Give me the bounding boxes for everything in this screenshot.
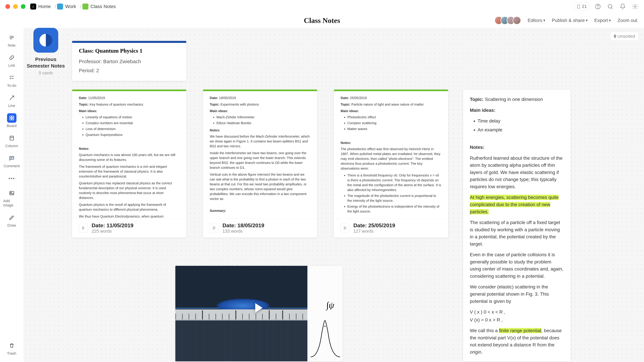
ideas-list: Time delay An example	[478, 118, 564, 133]
video-card[interactable]: ∫ψ	[175, 266, 342, 361]
image-icon	[7, 188, 16, 198]
app-icon	[34, 28, 58, 53]
tool-label: Comment	[4, 164, 20, 168]
class-period: Period: 2	[79, 66, 180, 75]
tool-label: Add image	[3, 199, 20, 207]
unsorted-count: 0	[614, 34, 616, 39]
link-title: Previous Semester Notes	[24, 56, 68, 69]
idea-item: Mach-Zehder Inferometer	[216, 115, 310, 120]
note-para: Quantum physics has replaced classical p…	[79, 181, 180, 200]
svg-rect-7	[10, 118, 12, 120]
todo-icon	[7, 73, 16, 82]
tool-add-image[interactable]: Add image	[3, 187, 20, 209]
topic-para: Even in the case of particle collisions …	[470, 251, 564, 280]
notes-bullets: There is a threshold frequency ν0. Only …	[347, 173, 441, 214]
tool-note[interactable]: Note	[3, 31, 20, 49]
note-para: Quantum mechanics is now almost 100 year…	[79, 153, 180, 162]
idea-item: Quantum Superpositions	[86, 132, 180, 137]
ideas-label: Main ideas:	[79, 109, 180, 113]
tool-line[interactable]: Line	[3, 92, 20, 110]
ideas-list: Mach-Zehder Inferometer Elitzur-Vaidman …	[216, 115, 310, 126]
tool-draw[interactable]: Draw	[3, 211, 20, 229]
gear-icon[interactable]	[632, 3, 639, 10]
svg-rect-9	[10, 136, 14, 140]
svg-rect-10	[10, 191, 14, 195]
svg-point-4	[634, 6, 636, 7]
svg-rect-5	[10, 116, 12, 118]
breadcrumb-label: Class Notes	[90, 4, 116, 9]
wave-sketch	[309, 316, 341, 360]
note-card[interactable]: Date: 18/05/2019 Topic: Experiments with…	[203, 89, 317, 237]
ideas-list: Linearity of equations of motion Complex…	[86, 115, 180, 137]
tool-board[interactable]: Board	[3, 112, 20, 130]
breadcrumb-sep: /	[55, 4, 56, 9]
tool-todo[interactable]: To-do	[3, 71, 20, 89]
note-para: The photoelectric effect was first obser…	[341, 147, 441, 171]
help-icon[interactable]	[594, 3, 602, 10]
unsorted-pill[interactable]: 0 Unsorted	[610, 32, 639, 41]
board-icon	[7, 113, 16, 123]
export-dropdown[interactable]: Export	[594, 18, 611, 23]
tool-column[interactable]: Column	[3, 132, 20, 150]
footer-words: 133 words	[222, 229, 264, 234]
idea-item: Matter waves	[347, 127, 441, 131]
topic-value: Scattering in one dimension	[485, 97, 543, 102]
footer-words: 127 words	[354, 229, 395, 234]
breadcrumb-notes[interactable]: Class Notes	[82, 3, 116, 9]
tool-label: To-do	[7, 83, 16, 88]
board-link-card[interactable]: Previous Semester Notes 0 cards	[24, 28, 68, 76]
note-footer: Date: 11/05/2019 225 words	[72, 218, 186, 237]
date-label: Date:	[341, 96, 349, 100]
highlighted-text: finite range potential	[499, 328, 541, 333]
search-icon[interactable]	[607, 3, 614, 10]
breadcrumb-work[interactable]: Work	[57, 3, 76, 9]
tool-more[interactable]: •••	[3, 172, 20, 185]
editors-dropdown[interactable]: Editors	[528, 18, 545, 23]
ruler	[175, 309, 309, 319]
note-para: We thus have Quantum Electrodynamics, wh…	[79, 214, 180, 218]
collaborator-avatars[interactable]	[494, 16, 521, 25]
ideas-label: Main ideas:	[341, 109, 441, 113]
footer-date: Date: 11/05/2019	[92, 222, 134, 229]
svg-rect-8	[12, 118, 14, 120]
topic-detail-card[interactable]: Topic: Scattering in one dimension Main …	[463, 90, 570, 361]
breadcrumb-home[interactable]: ⌂ Home	[30, 3, 51, 9]
idea-item: Loss of determinism	[86, 127, 180, 131]
window-controls	[5, 4, 26, 9]
play-icon[interactable]	[255, 303, 262, 313]
bell-icon[interactable]	[619, 3, 626, 10]
breadcrumb-label: Work	[65, 4, 76, 9]
note-icon	[7, 33, 16, 42]
column-icon	[7, 133, 16, 143]
footer-date: Date: 25/05/2019	[354, 222, 395, 229]
close-window[interactable]	[5, 4, 10, 9]
tool-link[interactable]: Link	[3, 51, 20, 69]
tool-trash[interactable]: Trash	[3, 339, 20, 357]
note-body: Date: 18/05/2019 Topic: Experiments with…	[203, 91, 317, 218]
topic-para: The scattering of a particle off a fixed…	[470, 219, 564, 248]
device-count[interactable]: 21	[574, 3, 589, 10]
topic-value: Particle nature of light and wave nature…	[351, 103, 424, 106]
date-label: Date:	[210, 96, 218, 100]
class-header-card[interactable]: Class: Quantum Physics 1 Professor: Bart…	[72, 41, 186, 81]
note-card[interactable]: Date: 11/05/2019 Topic: Key features of …	[72, 89, 186, 237]
integral-annotation: ∫ψ	[326, 300, 334, 310]
maximize-window[interactable]	[21, 4, 26, 9]
idea-item: Compton scattering	[347, 121, 441, 126]
zoom-out-button[interactable]: Zoom out	[618, 18, 637, 23]
note-card[interactable]: Date: 25/05/2019 Topic: Particle nature …	[334, 89, 448, 237]
topic-para: We consider (elastic) scattering in the …	[470, 283, 564, 305]
notes-label: Notes:	[210, 128, 310, 133]
publish-dropdown[interactable]: Publish & share	[552, 18, 588, 23]
topic-para: We call this a finite range potential, b…	[470, 327, 564, 356]
canvas[interactable]: 0 Unsorted Class: Quantum Physics 1 Prof…	[24, 28, 644, 362]
minimize-window[interactable]	[13, 4, 18, 9]
bullet-item: There is a threshold frequency ν0. Only …	[347, 173, 441, 192]
topic-value: Key features of quantum mechanics	[90, 103, 143, 106]
date-value: 18/05/2019	[219, 96, 236, 100]
topic-label: Topic:	[210, 103, 220, 106]
tool-label: Link	[8, 63, 15, 68]
idea-item: Photoelectric effect	[347, 115, 441, 120]
tool-comment[interactable]: Comment	[3, 152, 20, 170]
footer-date: Date: 18/05/2019	[222, 222, 264, 229]
